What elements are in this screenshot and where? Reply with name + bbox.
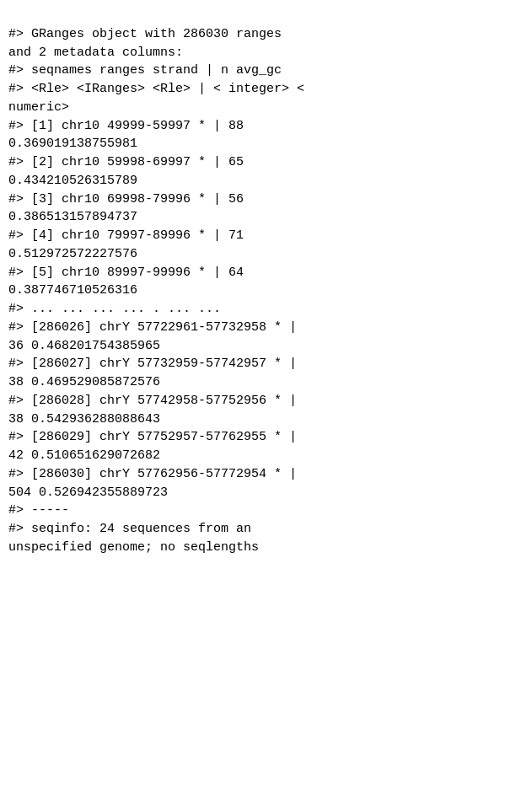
console-line: 36 0.468201754385965	[8, 337, 524, 356]
console-line: #> <Rle> <IRanges> <Rle> | < integer> <	[8, 80, 524, 99]
console-line: #> [5] chr10 89997-99996 * | 64	[8, 264, 524, 282]
console-line: 0.434210526315789	[8, 172, 524, 190]
console-line: #> -----	[8, 502, 524, 520]
console-line: 504 0.526942355889723	[8, 484, 524, 502]
console-line: 38 0.542936288088643	[8, 410, 524, 429]
console-line: 0.387746710526316	[8, 282, 524, 300]
console-line: #> [4] chr10 79997-89996 * | 71	[8, 227, 524, 245]
console-line: 42 0.510651629072682	[8, 447, 524, 465]
console-line: numeric>	[8, 99, 524, 117]
console-line: #> [286029] chrY 57752957-57762955 * |	[8, 428, 524, 447]
console-line: #> [3] chr10 69998-79996 * | 56	[8, 190, 524, 209]
console-line: 0.369019138755981	[8, 135, 524, 153]
console-line: 0.512972572227576	[8, 245, 524, 264]
console-line: 0.386513157894737	[8, 208, 524, 227]
console-line: #> [1] chr10 49999-59997 * | 88	[8, 117, 524, 136]
console-output: #> GRanges object with 286030 rangesand …	[8, 7, 524, 557]
console-line: #> [2] chr10 59998-69997 * | 65	[8, 153, 524, 172]
console-line: unspecified genome; no seqlengths	[8, 539, 524, 557]
console-line: #> seqnames ranges strand | n avg_gc	[8, 62, 524, 80]
console-line: #> [286026] chrY 57722961-57732958 * |	[8, 319, 524, 337]
console-line: #> [286027] chrY 57732959-57742957 * |	[8, 355, 524, 373]
console-line: #> GRanges object with 286030 ranges	[8, 25, 524, 44]
console-line: and 2 metadata columns:	[8, 44, 524, 62]
console-line: #> [286028] chrY 57742958-57752956 * |	[8, 392, 524, 410]
console-line: 38 0.469529085872576	[8, 373, 524, 392]
console-line: #> seqinfo: 24 sequences from an	[8, 520, 524, 539]
console-line: #> [286030] chrY 57762956-57772954 * |	[8, 465, 524, 484]
console-line: #> ... ... ... ... . ... ...	[8, 300, 524, 319]
